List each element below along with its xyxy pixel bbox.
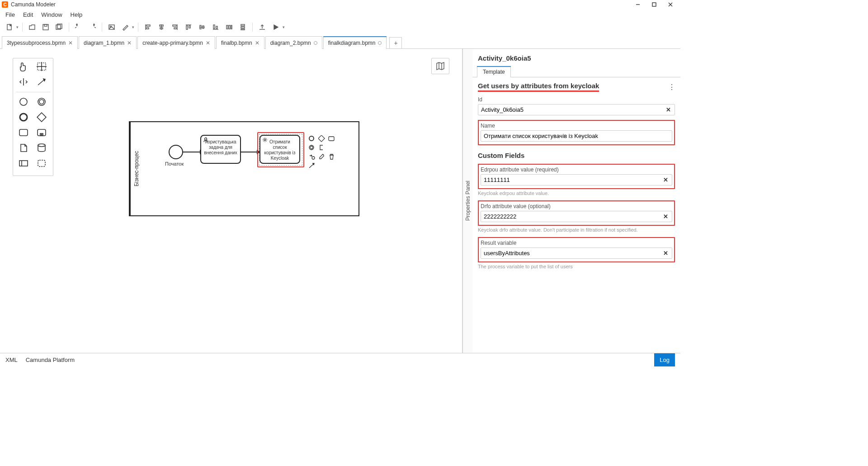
tab-close-icon[interactable]: ✕ — [206, 40, 210, 46]
menu-file[interactable]: File — [2, 10, 19, 19]
bpmn-pool[interactable]: Бізнес-процес Початок Користувацька зада… — [129, 121, 359, 216]
data-object-icon[interactable] — [17, 142, 31, 154]
close-button[interactable] — [662, 0, 679, 9]
tab-2[interactable]: create-app-primary.bpmn✕ — [137, 36, 215, 49]
tab-4[interactable]: diagram_2.bpmn — [265, 36, 322, 49]
result-input[interactable] — [484, 250, 662, 257]
svg-rect-12 — [146, 25, 150, 26]
xml-tab[interactable]: XML — [5, 357, 18, 363]
maximize-button[interactable] — [646, 0, 662, 9]
properties-panel-toggle[interactable]: Properties Panel — [462, 49, 472, 353]
svg-rect-29 — [226, 25, 228, 29]
app-title: Camunda Modeler — [11, 1, 56, 8]
data-store-icon[interactable] — [35, 142, 49, 154]
svg-rect-6 — [44, 24, 47, 26]
save-all-button[interactable] — [53, 21, 65, 33]
tab-label: create-app-primary.bpmn — [142, 40, 203, 46]
subprocess-icon[interactable] — [35, 127, 49, 138]
tab-0[interactable]: 3typessubprocess.bpmn✕ — [2, 36, 78, 49]
align-right-button[interactable] — [169, 21, 181, 33]
space-tool-icon[interactable] — [17, 76, 31, 88]
task-icon[interactable] — [17, 127, 31, 138]
ctx-task-icon[interactable] — [328, 135, 335, 142]
svg-point-43 — [39, 100, 44, 104]
run-button[interactable] — [270, 21, 282, 33]
clear-icon[interactable]: ✕ — [662, 176, 669, 183]
align-top-button[interactable] — [183, 21, 194, 33]
start-event[interactable] — [169, 145, 183, 159]
hand-tool-icon[interactable] — [17, 61, 31, 73]
ctx-replace-icon[interactable] — [308, 153, 315, 160]
align-left-button[interactable] — [142, 21, 154, 33]
menu-window[interactable]: Window — [38, 10, 66, 19]
new-file-button[interactable] — [4, 21, 15, 33]
log-button[interactable]: Log — [654, 353, 675, 367]
menu-help[interactable]: Help — [67, 10, 86, 19]
connect-tool-icon[interactable] — [35, 76, 49, 88]
align-center-v-button[interactable] — [196, 21, 208, 33]
template-tab[interactable]: Template — [477, 66, 511, 77]
edrpou-input[interactable] — [484, 176, 662, 183]
tab-label: Template — [483, 69, 505, 75]
ctx-intermediate-event-icon[interactable] — [308, 144, 315, 151]
id-label: Id — [478, 96, 675, 103]
more-icon[interactable]: ⋮ — [668, 83, 675, 91]
deploy-button[interactable] — [256, 21, 268, 33]
intermediate-event-icon[interactable] — [35, 96, 49, 108]
open-button[interactable] — [26, 21, 38, 33]
custom-fields-heading: Custom Fields — [478, 152, 675, 159]
clear-icon[interactable]: ✕ — [662, 250, 669, 257]
group-icon[interactable] — [35, 157, 49, 169]
distribute-v-button[interactable] — [237, 21, 249, 33]
tab-add-button[interactable]: + — [389, 37, 402, 49]
tab-close-icon[interactable]: ✕ — [68, 40, 73, 46]
platform-label[interactable]: Camunda Platform — [26, 357, 75, 363]
result-hint: The process variable to put the list of … — [478, 264, 675, 269]
dropdown-icon[interactable]: ▾ — [283, 25, 285, 29]
lasso-tool-icon[interactable] — [35, 61, 49, 73]
bpmn-diagram: Бізнес-процес Початок Користувацька зада… — [129, 121, 359, 216]
redo-button[interactable] — [86, 21, 98, 33]
dropdown-icon[interactable]: ▾ — [16, 25, 19, 29]
start-event-icon[interactable] — [17, 96, 31, 108]
align-bottom-button[interactable] — [210, 21, 222, 33]
tab-1[interactable]: diagram_1.bpmn✕ — [79, 36, 137, 49]
tab-close-icon[interactable]: ✕ — [127, 40, 132, 46]
sequence-flow[interactable] — [241, 152, 257, 152]
ctx-gateway-icon[interactable] — [318, 135, 325, 142]
gateway-icon[interactable] — [35, 111, 49, 123]
minimize-button[interactable] — [630, 0, 646, 9]
ctx-annotation-icon[interactable] — [318, 144, 325, 151]
svg-rect-45 — [37, 113, 46, 122]
user-task[interactable]: Користувацька задача для внесення даних — [200, 135, 241, 164]
menu-edit[interactable]: Edit — [19, 10, 37, 19]
ctx-end-event-icon[interactable] — [308, 135, 315, 142]
tab-3[interactable]: finalbp.bpmn✕ — [216, 36, 264, 49]
image-button[interactable] — [106, 21, 118, 33]
ctx-delete-icon[interactable] — [328, 153, 335, 160]
tab-5[interactable]: finalkdiagram.bpmn — [323, 36, 387, 49]
tab-close-icon[interactable]: ✕ — [255, 40, 259, 46]
distribute-h-button[interactable] — [223, 21, 235, 33]
drfo-input[interactable] — [484, 213, 662, 220]
minimap-toggle[interactable] — [431, 58, 449, 74]
clear-icon[interactable]: ✕ — [662, 213, 669, 220]
name-input[interactable]: Отримати список користувачів із Keycloak — [484, 133, 669, 139]
canvas[interactable]: Бізнес-процес Початок Користувацька зада… — [0, 49, 462, 353]
dropdown-icon[interactable]: ▾ — [132, 25, 134, 29]
save-button[interactable] — [40, 21, 52, 33]
pool-icon[interactable] — [17, 157, 31, 169]
color-button[interactable] — [119, 21, 131, 33]
user-icon — [203, 137, 208, 144]
ctx-connect-icon[interactable] — [308, 162, 315, 169]
service-task-selected[interactable]: Отримати список користувачів із Keycloak — [259, 135, 300, 164]
sequence-flow[interactable] — [183, 152, 200, 152]
clear-icon[interactable]: ✕ — [665, 106, 672, 113]
end-event-icon[interactable] — [17, 111, 31, 123]
ctx-wrench-icon[interactable] — [318, 153, 325, 160]
tab-label: diagram_1.bpmn — [84, 40, 124, 46]
align-center-h-button[interactable] — [156, 21, 167, 33]
id-input[interactable] — [481, 106, 665, 113]
svg-rect-13 — [146, 28, 149, 29]
undo-button[interactable] — [73, 21, 85, 33]
